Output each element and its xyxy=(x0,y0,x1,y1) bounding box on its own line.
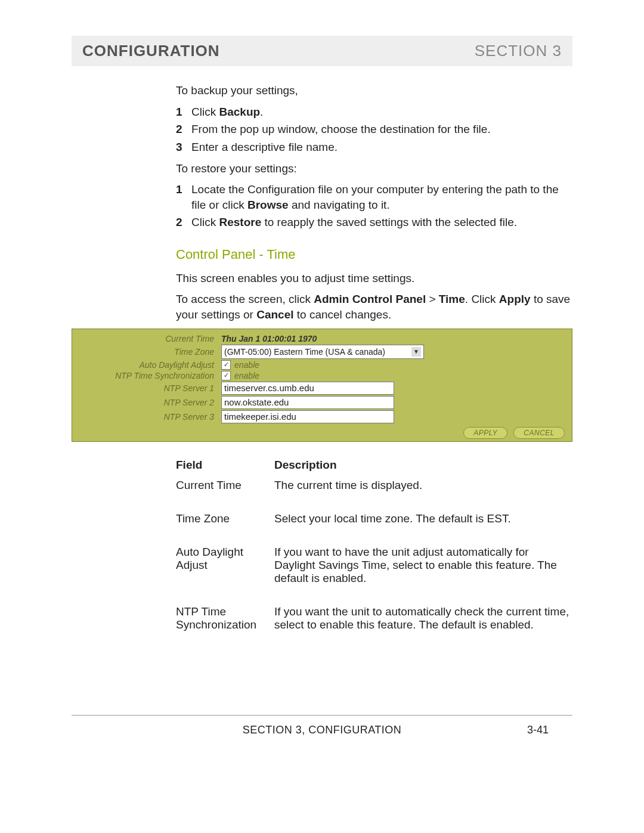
label-ntp-sync: NTP Time Synchronization xyxy=(77,371,221,380)
step-number: 3 xyxy=(176,140,191,155)
row-current-time: Current Time Thu Jan 1 01:00:01 1970 xyxy=(77,334,567,343)
auto-dst-checkbox[interactable] xyxy=(221,360,231,370)
ntp-server-2-input[interactable]: now.okstate.edu xyxy=(221,396,394,409)
row-ntp-3: NTP Server 3 timekeeper.isi.edu xyxy=(77,410,567,423)
step-text: Enter a descriptive file name. xyxy=(191,140,572,155)
cell-field: Current Time xyxy=(176,479,274,492)
cancel-button[interactable]: CANCEL xyxy=(513,427,565,439)
step-number: 1 xyxy=(176,104,191,120)
backup-step-3: 3 Enter a descriptive file name. xyxy=(176,140,572,155)
subheading-control-panel-time: Control Panel - Time xyxy=(176,246,572,264)
cell-field: Auto Daylight Adjust xyxy=(176,546,274,585)
table-row: Current Time The current time is display… xyxy=(176,479,572,492)
footer-center: SECTION 3, CONFIGURATION xyxy=(143,724,501,736)
ntp-sync-checklabel: enable xyxy=(234,371,259,380)
row-ntp-2: NTP Server 2 now.okstate.edu xyxy=(77,396,567,409)
cell-desc: The current time is displayed. xyxy=(274,479,572,492)
label-ntp-3: NTP Server 3 xyxy=(77,412,221,422)
row-ntp-1: NTP Server 1 timeserver.cs.umb.edu xyxy=(77,382,567,395)
time-zone-select[interactable]: (GMT-05:00) Eastern Time (USA & canada) … xyxy=(221,345,424,359)
table-header: Field Description xyxy=(176,459,572,472)
header-title: CONFIGURATION xyxy=(82,42,220,60)
cell-desc: If you want the unit to automatically ch… xyxy=(274,605,572,631)
label-ntp-2: NTP Server 2 xyxy=(77,398,221,407)
table-row: Auto Daylight Adjust If you want to have… xyxy=(176,546,572,585)
step-number: 2 xyxy=(176,122,191,137)
cell-field: Time Zone xyxy=(176,512,274,525)
row-auto-dst: Auto Daylight Adjust enable xyxy=(77,360,567,370)
cell-field: NTP Time Synchronization xyxy=(176,605,274,631)
time-settings-panel: Current Time Thu Jan 1 01:00:01 1970 Tim… xyxy=(72,329,572,442)
auto-dst-checklabel: enable xyxy=(234,360,259,370)
restore-steps: 1 Locate the Configuration file on your … xyxy=(176,182,572,230)
label-auto-dst: Auto Daylight Adjust xyxy=(77,360,221,370)
restore-intro: To restore your settings: xyxy=(176,161,572,176)
restore-step-1: 1 Locate the Configuration file on your … xyxy=(176,182,572,212)
body: To backup your settings, 1 Click Backup.… xyxy=(176,83,572,323)
step-text: Locate the Configuration file on your co… xyxy=(191,182,572,212)
cell-desc: If you want to have the unit adjust auto… xyxy=(274,546,572,585)
chevron-down-icon: ▼ xyxy=(411,347,421,357)
time-desc-1: This screen enables you to adjust time s… xyxy=(176,271,572,286)
page: CONFIGURATION SECTION 3 To backup your s… xyxy=(0,0,644,760)
page-footer: SECTION 3, CONFIGURATION 3-41 xyxy=(72,724,572,736)
col-field: Field xyxy=(176,459,274,472)
panel-buttons: APPLY CANCEL xyxy=(77,425,567,439)
table-row: NTP Time Synchronization If you want the… xyxy=(176,605,572,631)
restore-step-2: 2 Click Restore to reapply the saved set… xyxy=(176,215,572,230)
label-current-time: Current Time xyxy=(77,334,221,343)
backup-intro: To backup your settings, xyxy=(176,83,572,98)
backup-steps: 1 Click Backup. 2 From the pop up window… xyxy=(176,104,572,155)
value-current-time: Thu Jan 1 01:00:01 1970 xyxy=(221,334,317,343)
step-number: 1 xyxy=(176,182,191,212)
footer-page-number: 3-41 xyxy=(501,724,549,736)
col-description: Description xyxy=(274,459,572,472)
backup-step-2: 2 From the pop up window, choose the des… xyxy=(176,122,572,137)
footer-rule xyxy=(72,715,572,716)
label-time-zone: Time Zone xyxy=(77,347,221,357)
label-ntp-1: NTP Server 1 xyxy=(77,383,221,393)
cell-desc: Select your local time zone. The default… xyxy=(274,512,572,525)
ntp-sync-checkbox[interactable] xyxy=(221,371,231,380)
backup-step-1: 1 Click Backup. xyxy=(176,104,572,120)
header-section: SECTION 3 xyxy=(475,42,562,60)
ntp-server-1-input[interactable]: timeserver.cs.umb.edu xyxy=(221,382,394,395)
ntp-server-3-input[interactable]: timekeeper.isi.edu xyxy=(221,410,394,423)
page-header: CONFIGURATION SECTION 3 xyxy=(72,36,572,66)
field-description-table: Field Description Current Time The curre… xyxy=(176,459,572,631)
apply-button[interactable]: APPLY xyxy=(463,427,507,439)
table-row: Time Zone Select your local time zone. T… xyxy=(176,512,572,525)
time-desc-2: To access the screen, click Admin Contro… xyxy=(176,292,572,322)
step-text: Click Restore to reapply the saved setti… xyxy=(191,215,572,230)
step-text: From the pop up window, choose the desti… xyxy=(191,122,572,137)
time-zone-select-value: (GMT-05:00) Eastern Time (USA & canada) xyxy=(224,347,385,357)
row-time-zone: Time Zone (GMT-05:00) Eastern Time (USA … xyxy=(77,345,567,359)
step-number: 2 xyxy=(176,215,191,230)
row-ntp-sync: NTP Time Synchronization enable xyxy=(77,371,567,380)
time-settings-panel-wrap: Current Time Thu Jan 1 01:00:01 1970 Tim… xyxy=(72,329,572,442)
step-text: Click Backup. xyxy=(191,104,572,120)
